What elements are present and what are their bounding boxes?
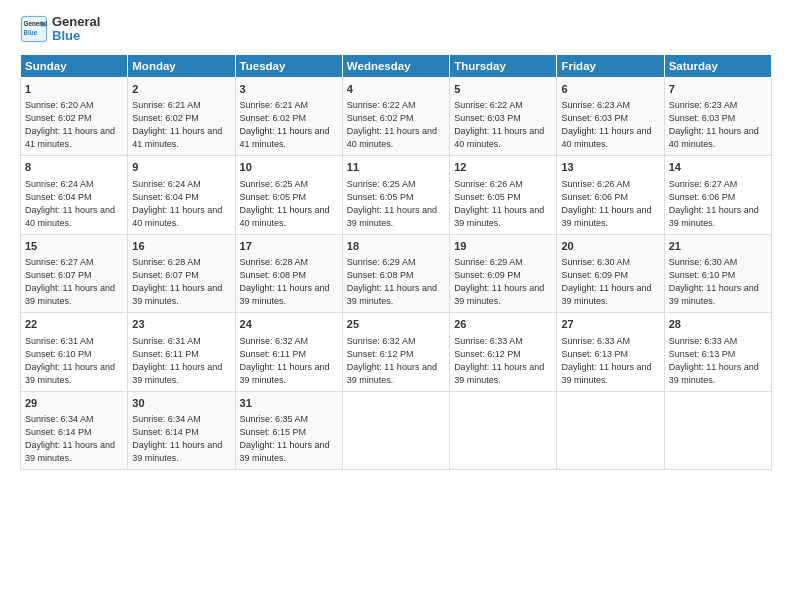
day-number: 27 [561,317,659,332]
calendar-cell: 7Sunrise: 6:23 AMSunset: 6:03 PMDaylight… [664,77,771,156]
logo: General Blue General Blue [20,15,100,44]
day-info: Sunrise: 6:32 AMSunset: 6:11 PMDaylight:… [240,335,338,387]
day-number: 31 [240,396,338,411]
day-info: Sunrise: 6:22 AMSunset: 6:02 PMDaylight:… [347,99,445,151]
calendar-cell: 2Sunrise: 6:21 AMSunset: 6:02 PMDaylight… [128,77,235,156]
day-number: 15 [25,239,123,254]
day-info: Sunrise: 6:23 AMSunset: 6:03 PMDaylight:… [561,99,659,151]
calendar-cell [450,391,557,470]
calendar-cell: 26Sunrise: 6:33 AMSunset: 6:12 PMDayligh… [450,313,557,392]
day-info: Sunrise: 6:22 AMSunset: 6:03 PMDaylight:… [454,99,552,151]
day-number: 23 [132,317,230,332]
day-info: Sunrise: 6:31 AMSunset: 6:11 PMDaylight:… [132,335,230,387]
day-info: Sunrise: 6:33 AMSunset: 6:13 PMDaylight:… [561,335,659,387]
calendar-body: 1Sunrise: 6:20 AMSunset: 6:02 PMDaylight… [21,77,772,470]
day-info: Sunrise: 6:35 AMSunset: 6:15 PMDaylight:… [240,413,338,465]
calendar-table: SundayMondayTuesdayWednesdayThursdayFrid… [20,54,772,471]
calendar-cell: 11Sunrise: 6:25 AMSunset: 6:05 PMDayligh… [342,156,449,235]
calendar-cell: 1Sunrise: 6:20 AMSunset: 6:02 PMDaylight… [21,77,128,156]
day-number: 19 [454,239,552,254]
day-info: Sunrise: 6:20 AMSunset: 6:02 PMDaylight:… [25,99,123,151]
day-info: Sunrise: 6:27 AMSunset: 6:07 PMDaylight:… [25,256,123,308]
calendar-week-row: 1Sunrise: 6:20 AMSunset: 6:02 PMDaylight… [21,77,772,156]
day-number: 9 [132,160,230,175]
day-number: 16 [132,239,230,254]
calendar-cell [342,391,449,470]
calendar-week-row: 15Sunrise: 6:27 AMSunset: 6:07 PMDayligh… [21,234,772,313]
day-info: Sunrise: 6:30 AMSunset: 6:10 PMDaylight:… [669,256,767,308]
day-number: 30 [132,396,230,411]
calendar-cell: 28Sunrise: 6:33 AMSunset: 6:13 PMDayligh… [664,313,771,392]
calendar-cell: 16Sunrise: 6:28 AMSunset: 6:07 PMDayligh… [128,234,235,313]
day-info: Sunrise: 6:21 AMSunset: 6:02 PMDaylight:… [132,99,230,151]
day-number: 25 [347,317,445,332]
calendar-day-header: Thursday [450,54,557,77]
day-number: 24 [240,317,338,332]
day-info: Sunrise: 6:27 AMSunset: 6:06 PMDaylight:… [669,178,767,230]
day-info: Sunrise: 6:26 AMSunset: 6:05 PMDaylight:… [454,178,552,230]
calendar-cell: 29Sunrise: 6:34 AMSunset: 6:14 PMDayligh… [21,391,128,470]
calendar-cell: 14Sunrise: 6:27 AMSunset: 6:06 PMDayligh… [664,156,771,235]
calendar-cell: 15Sunrise: 6:27 AMSunset: 6:07 PMDayligh… [21,234,128,313]
calendar-cell [557,391,664,470]
svg-text:Blue: Blue [24,29,38,36]
calendar-day-header: Friday [557,54,664,77]
day-info: Sunrise: 6:31 AMSunset: 6:10 PMDaylight:… [25,335,123,387]
day-info: Sunrise: 6:33 AMSunset: 6:13 PMDaylight:… [669,335,767,387]
calendar-cell: 3Sunrise: 6:21 AMSunset: 6:02 PMDaylight… [235,77,342,156]
day-number: 3 [240,82,338,97]
day-number: 26 [454,317,552,332]
day-info: Sunrise: 6:25 AMSunset: 6:05 PMDaylight:… [240,178,338,230]
day-info: Sunrise: 6:23 AMSunset: 6:03 PMDaylight:… [669,99,767,151]
calendar-cell: 22Sunrise: 6:31 AMSunset: 6:10 PMDayligh… [21,313,128,392]
calendar-cell: 8Sunrise: 6:24 AMSunset: 6:04 PMDaylight… [21,156,128,235]
calendar-cell: 5Sunrise: 6:22 AMSunset: 6:03 PMDaylight… [450,77,557,156]
day-info: Sunrise: 6:28 AMSunset: 6:07 PMDaylight:… [132,256,230,308]
day-info: Sunrise: 6:33 AMSunset: 6:12 PMDaylight:… [454,335,552,387]
calendar-cell: 25Sunrise: 6:32 AMSunset: 6:12 PMDayligh… [342,313,449,392]
day-number: 2 [132,82,230,97]
calendar-cell: 23Sunrise: 6:31 AMSunset: 6:11 PMDayligh… [128,313,235,392]
day-number: 14 [669,160,767,175]
calendar-cell: 20Sunrise: 6:30 AMSunset: 6:09 PMDayligh… [557,234,664,313]
calendar-cell: 4Sunrise: 6:22 AMSunset: 6:02 PMDaylight… [342,77,449,156]
calendar-cell: 27Sunrise: 6:33 AMSunset: 6:13 PMDayligh… [557,313,664,392]
calendar-cell: 30Sunrise: 6:34 AMSunset: 6:14 PMDayligh… [128,391,235,470]
calendar-cell: 10Sunrise: 6:25 AMSunset: 6:05 PMDayligh… [235,156,342,235]
calendar-cell: 18Sunrise: 6:29 AMSunset: 6:08 PMDayligh… [342,234,449,313]
calendar-cell: 21Sunrise: 6:30 AMSunset: 6:10 PMDayligh… [664,234,771,313]
day-number: 21 [669,239,767,254]
day-info: Sunrise: 6:30 AMSunset: 6:09 PMDaylight:… [561,256,659,308]
day-number: 1 [25,82,123,97]
calendar-cell: 6Sunrise: 6:23 AMSunset: 6:03 PMDaylight… [557,77,664,156]
day-info: Sunrise: 6:24 AMSunset: 6:04 PMDaylight:… [25,178,123,230]
day-info: Sunrise: 6:29 AMSunset: 6:08 PMDaylight:… [347,256,445,308]
calendar-cell: 19Sunrise: 6:29 AMSunset: 6:09 PMDayligh… [450,234,557,313]
calendar-cell: 17Sunrise: 6:28 AMSunset: 6:08 PMDayligh… [235,234,342,313]
day-info: Sunrise: 6:24 AMSunset: 6:04 PMDaylight:… [132,178,230,230]
day-number: 13 [561,160,659,175]
calendar-day-header: Monday [128,54,235,77]
day-number: 28 [669,317,767,332]
day-number: 12 [454,160,552,175]
day-number: 17 [240,239,338,254]
calendar-cell: 9Sunrise: 6:24 AMSunset: 6:04 PMDaylight… [128,156,235,235]
calendar-cell: 31Sunrise: 6:35 AMSunset: 6:15 PMDayligh… [235,391,342,470]
day-info: Sunrise: 6:25 AMSunset: 6:05 PMDaylight:… [347,178,445,230]
day-number: 4 [347,82,445,97]
page-header: General Blue General Blue [20,15,772,44]
day-info: Sunrise: 6:21 AMSunset: 6:02 PMDaylight:… [240,99,338,151]
day-info: Sunrise: 6:34 AMSunset: 6:14 PMDaylight:… [25,413,123,465]
day-number: 20 [561,239,659,254]
calendar-week-row: 22Sunrise: 6:31 AMSunset: 6:10 PMDayligh… [21,313,772,392]
day-number: 5 [454,82,552,97]
calendar-cell: 24Sunrise: 6:32 AMSunset: 6:11 PMDayligh… [235,313,342,392]
day-number: 22 [25,317,123,332]
logo-icon: General Blue [20,15,48,43]
day-info: Sunrise: 6:28 AMSunset: 6:08 PMDaylight:… [240,256,338,308]
day-info: Sunrise: 6:32 AMSunset: 6:12 PMDaylight:… [347,335,445,387]
day-number: 10 [240,160,338,175]
day-number: 11 [347,160,445,175]
day-info: Sunrise: 6:29 AMSunset: 6:09 PMDaylight:… [454,256,552,308]
calendar-day-header: Saturday [664,54,771,77]
